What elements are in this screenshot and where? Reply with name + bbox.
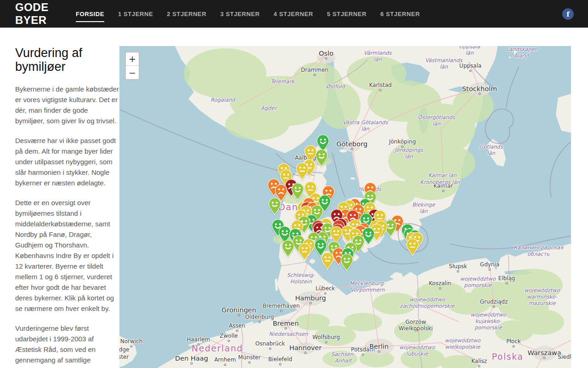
logo-line-2: BYER	[15, 14, 49, 27]
page-title: Vurdering af bymiljøer	[15, 46, 119, 74]
city-marker-good[interactable]	[268, 197, 282, 216]
nav-item-forside[interactable]: FORSIDE	[76, 8, 104, 20]
intro-paragraph: Desværre har vi ikke passet godt på dem.…	[15, 135, 119, 188]
city-marker-good[interactable]	[281, 240, 295, 258]
nav-item-3-stjerner[interactable]: 3 STJERNER	[220, 8, 260, 20]
city-marker-neutral[interactable]	[321, 252, 334, 270]
city-marker-neutral[interactable]	[298, 243, 311, 261]
top-navbar: GODE BYER FORSIDE1 STJERNE2 STJERNER3 ST…	[0, 0, 588, 28]
nav-item-2-stjerner[interactable]: 2 STJERNER	[167, 8, 206, 20]
site-logo[interactable]: GODE BYER	[15, 1, 49, 27]
logo-line-1: GODE	[15, 1, 49, 14]
zoom-in-button[interactable]: +	[126, 52, 139, 66]
facebook-icon[interactable]: f	[562, 8, 574, 20]
intro-paragraph: Dette er en oversigt over bymiljøernes t…	[15, 197, 119, 314]
city-marker-good[interactable]	[340, 253, 354, 272]
city-marker-neutral[interactable]	[406, 238, 419, 257]
intro-column: Vurdering af bymiljøer Bykernerne i de g…	[15, 46, 119, 368]
nav-item-6-stjerner[interactable]: 6 STJERNER	[380, 8, 420, 20]
nav-item-4-stjerner[interactable]: 4 STJERNER	[274, 8, 313, 20]
intro-paragraph: Bykernerne i de gamle købstæder er vores…	[15, 84, 119, 126]
city-marker-neutral[interactable]	[295, 162, 309, 181]
city-marker-good[interactable]	[315, 149, 328, 167]
nav-item-1-stjerne[interactable]: 1 STJERNE	[118, 8, 153, 20]
nav-item-5-stjerner[interactable]: 5 STJERNER	[327, 8, 367, 20]
intro-paragraph: Vurderingerne blev først udarbejdet i 19…	[15, 323, 119, 368]
zoom-out-button[interactable]: −	[126, 66, 139, 79]
ratings-map[interactable]: OsloDrammenKarlstadUppsalaStockholmGöteb…	[119, 46, 571, 368]
intro-paragraphs: Bykernerne i de gamle købstæder er vores…	[15, 84, 119, 368]
main-nav: FORSIDE1 STJERNE2 STJERNER3 STJERNER4 ST…	[76, 0, 420, 28]
map-zoom-control: + −	[125, 52, 140, 80]
